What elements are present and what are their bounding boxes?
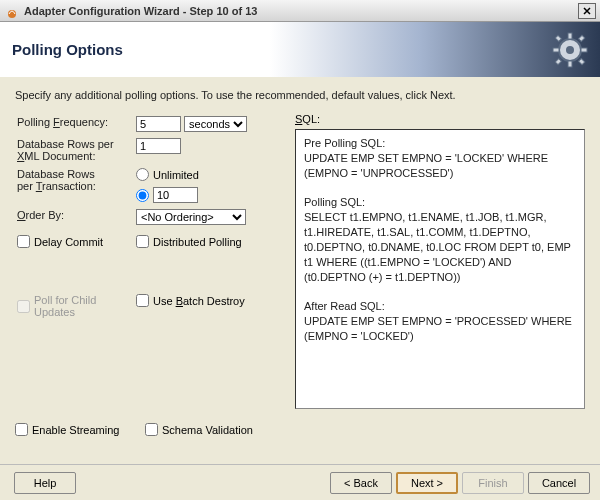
label-distributed-polling[interactable]: Distributed Polling [153, 236, 242, 248]
label-rows-xml: Database Rows perXML Document: [15, 135, 134, 165]
close-icon [583, 7, 591, 15]
label-unlimited[interactable]: Unlimited [153, 169, 199, 181]
svg-rect-7 [578, 35, 584, 41]
close-button[interactable] [578, 3, 596, 19]
checkbox-distributed-polling[interactable] [136, 235, 149, 248]
radio-limited[interactable] [136, 189, 149, 202]
label-rows-tx: Database Rowsper Transaction: [15, 165, 134, 206]
title-bar: Adapter Configuration Wizard - Step 10 o… [0, 0, 600, 22]
checkbox-delay-commit[interactable] [17, 235, 30, 248]
checkbox-use-batch-destroy[interactable] [136, 294, 149, 307]
main-container: Polling Frequency: seconds Database Rows… [0, 109, 600, 409]
label-poll-child-updates: Poll for Child Updates [34, 294, 132, 318]
label-sql: SQL: [295, 113, 585, 125]
form-table: Polling Frequency: seconds Database Rows… [15, 113, 249, 325]
banner: Polling Options [0, 22, 600, 77]
svg-rect-9 [578, 58, 584, 64]
button-bar: Help < Back Next > Finish Cancel [0, 464, 600, 500]
radio-unlimited[interactable] [136, 168, 149, 181]
label-use-batch-destroy[interactable]: Use Batch Destroy [153, 295, 245, 307]
label-polling-frequency: Polling Frequency: [15, 113, 134, 135]
cancel-button[interactable]: Cancel [528, 472, 590, 494]
gear-icon [550, 30, 590, 72]
checkbox-poll-child-updates [17, 300, 30, 313]
label-order-by: Order By: [15, 206, 134, 228]
label-delay-commit[interactable]: Delay Commit [34, 236, 103, 248]
svg-rect-8 [555, 58, 561, 64]
checkbox-enable-streaming[interactable] [15, 423, 28, 436]
svg-rect-2 [568, 33, 572, 39]
sql-panel: Pre Polling SQL: UPDATE EMP SET EMPNO = … [295, 129, 585, 409]
next-button[interactable]: Next > [396, 472, 458, 494]
app-icon [4, 3, 20, 19]
right-column: SQL: Pre Polling SQL: UPDATE EMP SET EMP… [285, 113, 585, 409]
checkbox-section: Enable Streaming Schema Validation [0, 409, 600, 440]
help-button[interactable]: Help [14, 472, 76, 494]
polling-frequency-unit[interactable]: seconds [184, 116, 247, 132]
intro-text: Specify any additional polling options. … [0, 77, 600, 109]
left-column: Polling Frequency: seconds Database Rows… [15, 113, 285, 409]
rows-per-xml-input[interactable] [136, 138, 181, 154]
order-by-select[interactable]: <No Ordering> [136, 209, 246, 225]
rows-per-tx-input[interactable] [153, 187, 198, 203]
polling-frequency-input[interactable] [136, 116, 181, 132]
label-schema-validation[interactable]: Schema Validation [162, 424, 253, 436]
window-title: Adapter Configuration Wizard - Step 10 o… [24, 5, 578, 17]
svg-rect-5 [581, 48, 587, 52]
svg-rect-3 [568, 61, 572, 67]
label-enable-streaming[interactable]: Enable Streaming [32, 424, 119, 436]
finish-button: Finish [462, 472, 524, 494]
svg-rect-6 [555, 35, 561, 41]
svg-point-10 [566, 46, 574, 54]
svg-rect-4 [553, 48, 559, 52]
back-button[interactable]: < Back [330, 472, 392, 494]
checkbox-schema-validation[interactable] [145, 423, 158, 436]
page-title: Polling Options [12, 41, 123, 58]
